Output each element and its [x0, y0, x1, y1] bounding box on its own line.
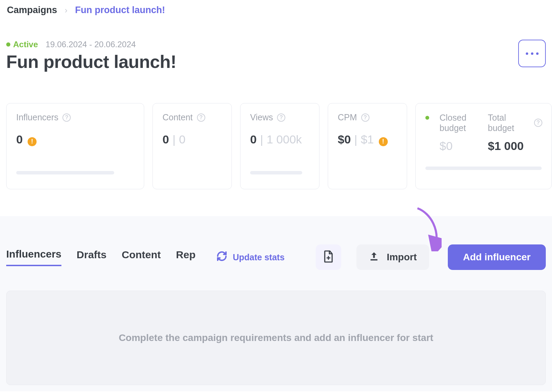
card-cpm: CPM ? $0 | $1 ! — [328, 103, 407, 189]
help-icon[interactable]: ? — [197, 113, 205, 122]
card-value: 0 — [162, 133, 169, 146]
breadcrumb-root[interactable]: Campaigns — [7, 5, 57, 16]
card-label: Views — [250, 112, 273, 122]
stat-cards: Influencers ? 0 ! Content ? 0 | 0 Views — [6, 103, 546, 189]
card-influencers: Influencers ? 0 ! — [6, 103, 144, 189]
total-budget-value: $1 000 — [488, 139, 526, 153]
closed-budget-value: $0 — [440, 139, 477, 153]
add-influencer-label: Add influencer — [463, 252, 531, 263]
help-icon[interactable]: ? — [277, 113, 285, 122]
card-subvalue: $1 — [361, 133, 374, 146]
import-button[interactable]: Import — [356, 244, 429, 270]
card-label: Content — [162, 112, 193, 122]
chevron-right-icon: › — [65, 6, 68, 15]
card-subvalue: 1 000k — [267, 133, 302, 146]
upload-icon — [369, 251, 379, 264]
card-label: CPM — [338, 112, 357, 122]
status-dot-icon — [425, 116, 429, 120]
file-add-icon — [323, 250, 334, 264]
update-stats-button[interactable]: Update stats — [216, 251, 285, 264]
alert-icon: ! — [379, 137, 388, 146]
tab-influencers[interactable]: Influencers — [6, 248, 61, 266]
status-badge: Active — [13, 40, 38, 49]
toolbar: Influencers Drafts Content Rep Update st… — [6, 244, 546, 270]
card-value: 0 — [250, 133, 257, 146]
svg-rect-0 — [371, 259, 377, 260]
tab-content[interactable]: Content — [122, 249, 161, 265]
closed-budget-label: Closed budget — [440, 112, 477, 133]
card-content: Content ? 0 | 0 — [152, 103, 232, 189]
date-range: 19.06.2024 - 20.06.2024 — [46, 40, 136, 49]
tab-drafts[interactable]: Drafts — [77, 249, 107, 265]
progress-bar — [425, 167, 542, 170]
tab-rep[interactable]: Rep — [176, 249, 196, 265]
card-value: $0 — [338, 133, 351, 146]
progress-bar — [250, 171, 302, 174]
more-actions-button[interactable] — [518, 40, 546, 67]
card-label: Influencers — [16, 112, 58, 122]
help-icon[interactable]: ? — [534, 119, 542, 127]
import-label: Import — [387, 252, 417, 263]
alert-icon: ! — [28, 137, 37, 146]
update-stats-label: Update stats — [233, 252, 285, 262]
dots-icon — [526, 52, 528, 55]
breadcrumb: Campaigns › Fun product launch! — [6, 5, 546, 16]
card-value: 0 — [16, 133, 23, 146]
page-title: Fun product launch! — [6, 51, 176, 72]
refresh-icon — [216, 251, 227, 264]
card-views: Views ? 0 | 1 000k — [240, 103, 319, 189]
help-icon[interactable]: ? — [361, 113, 369, 122]
add-file-button[interactable] — [316, 244, 341, 270]
card-subvalue: 0 — [179, 133, 186, 146]
progress-bar — [16, 171, 114, 174]
add-influencer-button[interactable]: Add influencer — [448, 244, 546, 270]
breadcrumb-current: Fun product launch! — [75, 5, 165, 16]
total-budget-label: Total budget — [488, 112, 526, 133]
status-dot-icon — [6, 42, 10, 47]
empty-state: Complete the campaign requirements and a… — [6, 291, 546, 385]
help-icon[interactable]: ? — [62, 113, 71, 122]
card-budget: Closed budget $0 Total budget $1 000 ? — [415, 103, 552, 189]
